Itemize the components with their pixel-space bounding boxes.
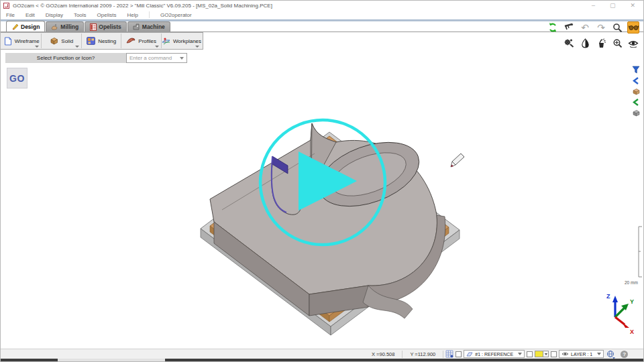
- filter-funnel-icon: [632, 66, 640, 74]
- tab-opelists-label: Opelists: [99, 23, 121, 30]
- grid-checkbox[interactable]: [455, 351, 462, 357]
- zoom-extents-icon: [612, 38, 623, 48]
- cursor-x-coordinate: X =90.508: [366, 351, 400, 357]
- redo-button[interactable]: ↷: [595, 21, 607, 34]
- profiles-label: Profiles: [138, 38, 156, 44]
- command-row: Select Function or Icon? Enter a command: [1, 53, 643, 64]
- prev-blue-button[interactable]: [630, 76, 642, 85]
- tab-milling[interactable]: Milling: [46, 21, 84, 32]
- layer-eye-icon: [561, 351, 569, 357]
- chevron-left-blue-icon: [633, 77, 639, 84]
- window-title: GO2cam < © GO2cam International 2009 - 2…: [13, 3, 272, 9]
- gray-solid-icon: [632, 109, 641, 117]
- tab-design[interactable]: Design: [6, 21, 45, 32]
- zoom-extents-button[interactable]: [611, 37, 623, 49]
- cursor-y-coordinate: Y =112.900: [405, 351, 441, 357]
- brush-bin-icon: [596, 38, 606, 48]
- view-glasses-button[interactable]: [627, 21, 639, 34]
- help-button[interactable]: ?: [621, 351, 628, 358]
- workplanes-button[interactable]: Workplanes: [162, 34, 201, 48]
- workplane-checkbox[interactable]: [527, 351, 533, 357]
- nesting-button[interactable]: Nesting: [82, 34, 121, 48]
- tab-machine[interactable]: Machine: [127, 21, 170, 32]
- layer-select[interactable]: LAYER : 1: [559, 350, 604, 358]
- nesting-label: Nesting: [98, 38, 116, 44]
- measure-button[interactable]: [563, 21, 575, 34]
- tan-solid-icon: [632, 88, 641, 95]
- menu-tools[interactable]: Tools: [74, 12, 87, 18]
- color-dropdown[interactable]: [543, 351, 549, 357]
- filter-button[interactable]: [630, 65, 642, 74]
- status-bar: X =90.508 Y =112.900 #1 : REFERENCE LAYE…: [1, 349, 643, 359]
- undo-icon: ↶: [581, 23, 589, 32]
- workplanes-label: Workplanes: [173, 38, 201, 44]
- wireframe-label: Wireframe: [15, 38, 40, 44]
- design-pencil-icon: [11, 23, 19, 30]
- workplane-icon: [466, 351, 473, 357]
- menu-bar: File Edit Display Tools Opelists Help GO…: [1, 10, 643, 19]
- app-window: GO2cam < © GO2cam International 2009 - 2…: [0, 0, 644, 362]
- chevron-left-green-icon: [633, 99, 639, 106]
- solid-label: Solid: [61, 38, 73, 44]
- menu-edit[interactable]: Edit: [25, 12, 35, 18]
- wireframe-button[interactable]: Wireframe: [2, 34, 42, 48]
- tab-design-label: Design: [21, 23, 40, 30]
- milling-hand-icon: [51, 23, 58, 31]
- dynamic-view-button[interactable]: [627, 37, 639, 49]
- tab-machine-label: Machine: [142, 23, 165, 30]
- refresh-icon: [547, 22, 558, 33]
- command-input[interactable]: Enter a command: [126, 53, 187, 63]
- menu-file[interactable]: File: [6, 12, 15, 18]
- tab-milling-label: Milling: [60, 23, 78, 30]
- workplane-value: #1 : REFERENCE: [475, 352, 513, 357]
- graphics-viewport[interactable]: GO: [1, 64, 643, 349]
- eraser-icon: [581, 38, 590, 48]
- solid-cube-icon: [50, 37, 58, 45]
- solid-button[interactable]: Solid: [42, 34, 81, 48]
- close-button[interactable]: ✕: [630, 2, 635, 9]
- refresh-button[interactable]: [547, 21, 559, 34]
- profiles-button[interactable]: Profiles: [121, 34, 161, 48]
- solid-dropdown-caret[interactable]: [75, 46, 79, 48]
- app-logo-icon: [3, 3, 9, 9]
- profiles-icon: [126, 37, 136, 45]
- menu-go2operator[interactable]: GO2operator: [160, 12, 192, 18]
- menu-display[interactable]: Display: [46, 12, 63, 18]
- solid-tan-button[interactable]: [630, 86, 642, 96]
- menu-opelists[interactable]: Opelists: [97, 12, 117, 18]
- workplanes-dropdown-caret[interactable]: [195, 46, 199, 48]
- globe-button[interactable]: [606, 350, 615, 359]
- maximize-button[interactable]: ▢: [610, 2, 616, 9]
- eye-rotate-icon: [628, 39, 639, 48]
- go2cam-logo: GO: [7, 68, 28, 88]
- design-toolbar: Wireframe Solid Nesting Profiles Workpla…: [1, 32, 203, 50]
- tab-opelists[interactable]: Opelists: [85, 21, 127, 32]
- view-tools-row-1: ↶ ↷: [547, 21, 639, 34]
- minimize-button[interactable]: –: [592, 2, 595, 9]
- menu-help[interactable]: Help: [127, 12, 138, 18]
- solid-gray-button[interactable]: [630, 108, 642, 117]
- command-placeholder: Enter a command: [129, 55, 172, 61]
- clean-button[interactable]: [595, 37, 607, 49]
- command-dropdown-caret[interactable]: [180, 57, 184, 60]
- profiles-dropdown-caret[interactable]: [155, 46, 159, 48]
- fasteners-icon: [564, 38, 574, 48]
- wireframe-dropdown-caret[interactable]: [35, 46, 39, 48]
- layer-value: LAYER : 1: [571, 352, 592, 357]
- color-checkbox[interactable]: [551, 351, 557, 357]
- glasses-icon: [629, 24, 639, 31]
- video-progress-strip[interactable]: [1, 359, 643, 361]
- color-swatch[interactable]: [535, 351, 543, 357]
- eraser-button[interactable]: [579, 37, 591, 49]
- grid-snap-icon[interactable]: [445, 350, 453, 358]
- zoom-search-button[interactable]: [611, 21, 623, 34]
- title-bar: GO2cam < © GO2cam International 2009 - 2…: [1, 1, 643, 10]
- fasteners-button[interactable]: [563, 37, 575, 49]
- workplane-select[interactable]: #1 : REFERENCE: [464, 350, 525, 358]
- menu-separator: [149, 11, 150, 18]
- prev-green-button[interactable]: [630, 97, 642, 107]
- undo-button[interactable]: ↶: [579, 21, 591, 34]
- command-prompt: Select Function or Icon?: [5, 53, 126, 63]
- caliper-icon: [564, 23, 574, 32]
- nesting-icon: [87, 37, 95, 45]
